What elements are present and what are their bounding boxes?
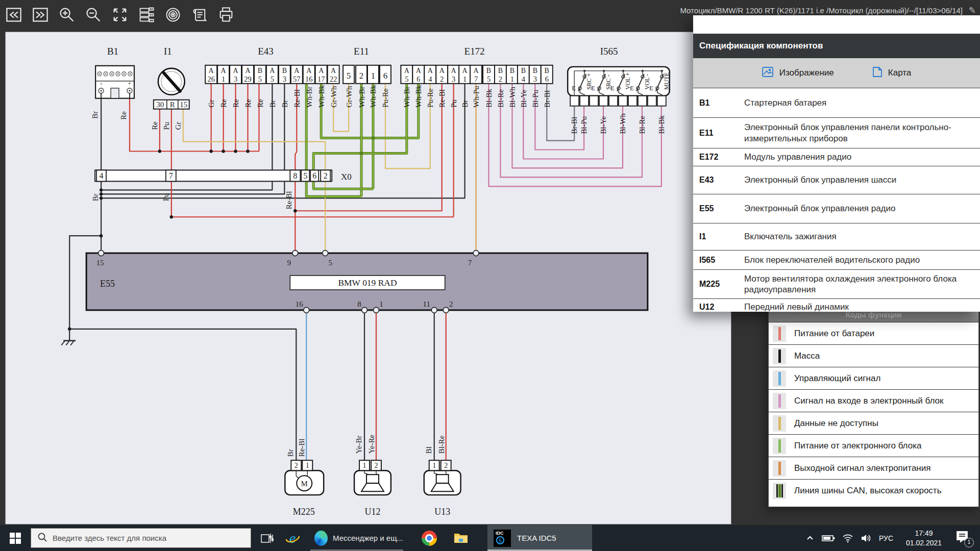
component-label: U12	[365, 507, 381, 517]
component-row-U12[interactable]: U12Передний левый динамик	[693, 298, 980, 312]
wire-label: Re-Bl	[285, 191, 293, 210]
ecu-pin	[473, 251, 479, 256]
wire-color-icon	[773, 348, 786, 364]
diagram-text: 5	[258, 75, 262, 83]
wire-label: Bl	[425, 446, 433, 454]
junction-dot	[170, 215, 173, 218]
texa-idc5-task[interactable]: IDC 5 TEXA IDC5	[487, 525, 592, 551]
legend-row: Управляющий сигнал	[769, 367, 978, 389]
switch-label: MUTE	[663, 72, 670, 90]
notification-center[interactable]: 1	[954, 529, 973, 547]
ecu-pin	[292, 251, 298, 256]
tray-time: 17:49	[915, 529, 933, 537]
diagram-text: A	[428, 67, 433, 74]
component-row-M225[interactable]: M225Мотор вентилятора охлаждения электро…	[693, 269, 980, 298]
messenger-task[interactable]: Мессенджер и ещ...	[310, 525, 403, 551]
wire	[69, 329, 296, 460]
tab-image[interactable]: Изображение	[762, 67, 834, 80]
file-explorer-task[interactable]	[452, 530, 470, 547]
wire-label: Br	[281, 100, 289, 108]
wire-color-icon	[773, 370, 786, 387]
ecu-pin-number: 7	[468, 259, 472, 267]
task-view-icon[interactable]	[258, 530, 276, 547]
ecu-pin	[443, 307, 449, 313]
chrome-task[interactable]	[421, 530, 438, 547]
windows-logo-icon	[10, 533, 21, 544]
diagram-text: 4	[428, 75, 432, 83]
legend-row: Масса	[769, 344, 978, 367]
taskbar-search-input[interactable]: Введите здесь текст для поиска	[31, 528, 251, 548]
language-indicator[interactable]: РУС	[879, 534, 893, 542]
component-code: E55	[693, 204, 744, 213]
component-description: Мотор вентилятора охлаждения электронног…	[744, 273, 980, 295]
tray-date: 01.02.2021	[906, 539, 942, 547]
component-description: Стартерная батарея	[744, 97, 980, 108]
diagram-text: A	[270, 67, 275, 74]
battery-icon[interactable]	[822, 534, 835, 542]
tray-chevron-icon[interactable]	[805, 534, 815, 543]
connector-pin	[609, 96, 618, 106]
wire-label: Pu	[162, 193, 170, 201]
junction-dot	[372, 136, 375, 140]
wifi-icon[interactable]	[842, 534, 853, 543]
component-row-I565[interactable]: I565Блок переключателей водительского ра…	[693, 250, 980, 269]
wire-label: Re-Bl	[293, 89, 301, 108]
junction-dot	[293, 209, 297, 212]
zoom-out-icon[interactable]	[83, 4, 104, 26]
wire-label: Br	[91, 193, 100, 201]
wire-color-icon	[773, 483, 786, 499]
svg-text:A: A	[151, 8, 152, 10]
legend-label: Линия шины CAN, высокая скорость	[794, 486, 942, 496]
switch-letter: E	[630, 84, 634, 92]
start-button[interactable]	[0, 525, 31, 551]
edit-pencil-icon[interactable]: ✎	[969, 5, 976, 16]
svg-text:B: B	[151, 14, 152, 16]
clock[interactable]: 17:49 01.02.2021	[900, 529, 947, 547]
component-row-I1[interactable]: I1Включатель зажигания	[693, 223, 980, 250]
diagram-text: 3	[452, 75, 455, 83]
volume-icon[interactable]	[861, 534, 872, 543]
component-description: Электронный блок управления шасси	[744, 174, 980, 185]
tab-map[interactable]: Карта	[873, 67, 912, 80]
fit-screen-icon[interactable]	[109, 4, 131, 26]
back-icon[interactable]	[3, 4, 24, 26]
internet-explorer-icon[interactable]: e	[284, 530, 301, 547]
component-row-E172[interactable]: E172Модуль управления радио	[693, 148, 980, 166]
component-description: Электронный блок управления панели контр…	[744, 122, 980, 144]
wire-label: Gr-Wh	[330, 86, 338, 108]
component-list-icon[interactable]: A B C	[136, 4, 157, 26]
component-description: Включатель зажигания	[744, 231, 980, 242]
toolbar-icons: A B C	[3, 4, 237, 26]
wire-label: Wh-Br	[358, 86, 366, 108]
component-row-B1[interactable]: B1Стартерная батарея	[693, 88, 980, 117]
diagram-text: 26	[207, 75, 214, 83]
diagram-text: B	[533, 67, 537, 74]
diagram-text: 6	[312, 171, 316, 180]
tab-image-label: Изображение	[779, 68, 834, 78]
switch-letter: E	[591, 84, 595, 92]
wire-label: Br	[461, 100, 469, 108]
print-icon[interactable]	[215, 4, 237, 26]
wire-color-icon	[773, 438, 786, 454]
ecu-pin-number: 5	[328, 259, 332, 267]
component-spec-panel: Спецификация компонентов Изображение Кар…	[693, 15, 980, 312]
wire-label: Br	[268, 100, 277, 108]
component-label: E43	[258, 46, 274, 57]
component-code: E11	[693, 129, 744, 138]
component-row-E43[interactable]: E43Электронный блок управления шасси	[693, 166, 980, 194]
wire-label: Wh-Br	[305, 86, 313, 108]
ecu-pin-number: 11	[423, 300, 430, 308]
component-row-E11[interactable]: E11Электронный блок управления панели ко…	[693, 117, 980, 148]
diagram-text: 22	[330, 75, 337, 83]
diagram-canvas: -+BrRe30R15RePuGrA26GrA1ReA3ReA29ReB5ReA…	[5, 32, 731, 524]
diagram-text: 5	[487, 75, 491, 83]
component-label: E172	[464, 46, 485, 57]
target-icon[interactable]	[162, 4, 184, 26]
zoom-in-icon[interactable]	[56, 4, 78, 26]
ecu-pin-number: 2	[449, 300, 453, 308]
report-icon[interactable]	[189, 4, 210, 26]
wire-label: Pu-Re	[381, 88, 389, 108]
wire-label: Bl-Wh	[508, 86, 517, 107]
forward-icon[interactable]	[30, 4, 51, 26]
component-row-E55[interactable]: E55Электронный блок управления радио	[693, 194, 980, 223]
